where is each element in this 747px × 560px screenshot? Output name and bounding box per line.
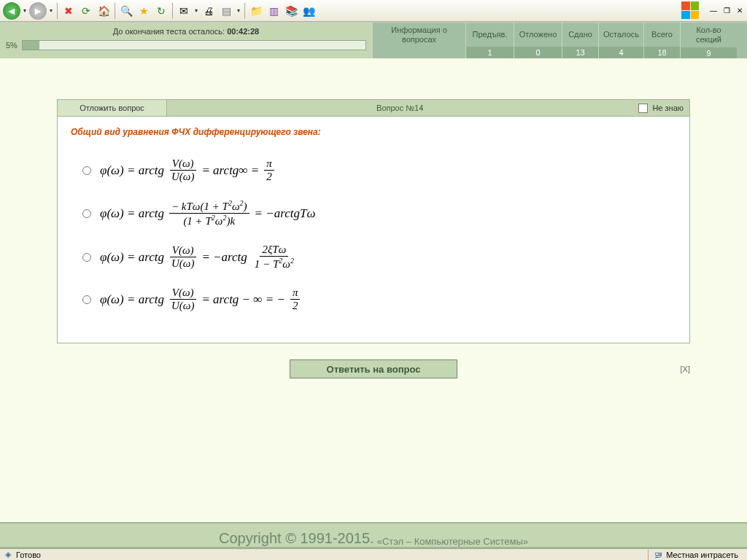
stop-icon[interactable]: ✖: [61, 3, 77, 19]
status-bar: ◈ Готово 🖳 Местная интрасеть: [0, 548, 747, 560]
dont-know-checkbox[interactable]: [638, 104, 648, 113]
option-1-formula: φ(ω) = arctg V(ω)U(ω) = arctg∞ = π2: [100, 158, 277, 183]
home-icon[interactable]: 🏠: [96, 3, 112, 19]
minimize-button[interactable]: —: [708, 5, 719, 15]
refresh-icon[interactable]: ⟳: [78, 3, 94, 19]
option-3: φ(ω) = arctg V(ω)U(ω) = −arctg 2ξTω1 − T…: [82, 244, 676, 271]
submit-answer-button[interactable]: Ответить на вопрос: [290, 359, 457, 378]
dont-know-label: Не знаю: [652, 104, 684, 112]
forward-button[interactable]: ►: [29, 2, 47, 20]
windows-logo-icon: [681, 1, 699, 19]
option-2-formula: φ(ω) = arctg − kTω(1 + T2ω2)(1 + T2ω2)k …: [100, 199, 315, 228]
option-2: φ(ω) = arctg − kTω(1 + T2ω2)(1 + T2ω2)k …: [82, 199, 676, 228]
messenger-icon[interactable]: 👥: [301, 3, 317, 19]
question-body: Общий вид уравнения ФЧХ дифференцирующег…: [57, 117, 690, 343]
timer-label: До окончания теста осталось:: [113, 27, 225, 36]
col-postponed-value: 0: [514, 47, 562, 58]
option-2-radio[interactable]: [82, 209, 91, 218]
question-number: Вопрос №14: [167, 104, 632, 112]
copyright-small: «Стэл – Компьютерные Системы»: [377, 536, 528, 547]
option-3-radio[interactable]: [82, 253, 91, 262]
timer-value: 00:42:28: [227, 27, 259, 36]
option-1: φ(ω) = arctg V(ω)U(ω) = arctg∞ = π2: [82, 158, 676, 183]
col-remaining-value: 4: [599, 47, 643, 58]
copyright-bar: Copyright © 1991-2015. «Стэл – Компьютер…: [0, 522, 747, 548]
option-3-formula: φ(ω) = arctg V(ω)U(ω) = −arctg 2ξTω1 − T…: [100, 244, 299, 271]
col-total-value: 18: [644, 47, 680, 58]
close-x-link[interactable]: [X]: [681, 365, 690, 373]
timer-row: До окончания теста осталось: 00:42:28: [6, 26, 366, 37]
copyright-big: Copyright © 1991-2015.: [219, 530, 374, 547]
option-1-radio[interactable]: [82, 166, 91, 175]
folder-icon[interactable]: 📁: [248, 3, 264, 19]
col-presented-header: Предъяв.: [466, 23, 514, 47]
print-icon[interactable]: 🖨: [201, 3, 217, 19]
option-4-formula: φ(ω) = arctg V(ω)U(ω) = arctg − ∞ = − π2: [100, 287, 303, 312]
mail-icon[interactable]: ✉: [176, 3, 192, 19]
favorites-icon[interactable]: ★: [136, 3, 152, 19]
search-icon[interactable]: 🔍: [118, 3, 134, 19]
close-button[interactable]: ✕: [734, 5, 746, 15]
ie-toolbar: ◄ ▾ ► ▾ ✖ ⟳ 🏠 🔍 ★ ↻ ✉▾ 🖨 ▤▾ 📁 ▥ 📚 👥 — ❐ …: [0, 0, 747, 22]
restore-button[interactable]: ❐: [721, 5, 732, 15]
edit-icon[interactable]: ▤: [218, 3, 234, 19]
intranet-zone-icon: 🖳: [653, 550, 663, 560]
col-total-header: Всего: [644, 23, 680, 47]
back-dropdown[interactable]: ▾: [22, 7, 28, 14]
progress-percent: 5%: [6, 41, 18, 50]
question-header: Отложить вопрос Вопрос №14 Не знаю: [57, 99, 690, 117]
progress-bar: [22, 40, 366, 50]
option-4: φ(ω) = arctg V(ω)U(ω) = arctg − ∞ = − π2: [82, 287, 676, 312]
forward-dropdown[interactable]: ▾: [48, 7, 54, 14]
test-info-bar: До окончания теста осталось: 00:42:28 5%…: [0, 22, 747, 58]
col-presented-value: 1: [466, 47, 514, 58]
onenote-icon[interactable]: ▥: [266, 3, 282, 19]
col-sections-value: 9: [681, 47, 737, 58]
col-submitted-header: Сдано: [562, 23, 598, 47]
research-icon[interactable]: 📚: [283, 3, 299, 19]
back-button[interactable]: ◄: [3, 2, 20, 20]
info-about-label: Информация о вопросах: [373, 23, 465, 47]
history-icon[interactable]: ↻: [153, 3, 169, 19]
col-sections-header: Кол-во секций: [681, 23, 737, 47]
question-prompt: Общий вид уравнения ФЧХ дифференцирующег…: [71, 127, 676, 137]
status-ready: Готово: [16, 551, 41, 559]
col-submitted-value: 13: [562, 47, 598, 58]
col-postponed-header: Отложено: [514, 23, 562, 47]
status-zone: Местная интрасеть: [666, 551, 738, 559]
ie-page-icon: ◈: [3, 550, 13, 560]
col-remaining-header: Осталось: [599, 23, 643, 47]
postpone-button[interactable]: Отложить вопрос: [58, 100, 167, 116]
option-4-radio[interactable]: [82, 295, 91, 304]
